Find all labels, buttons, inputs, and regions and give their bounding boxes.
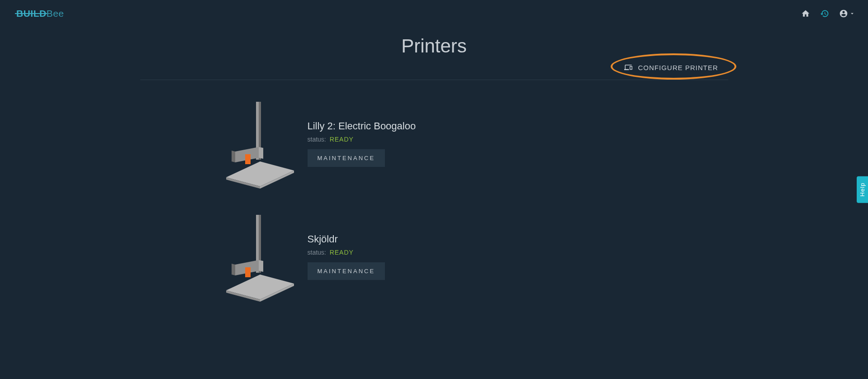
page-title: Printers xyxy=(0,35,868,57)
account-menu[interactable] xyxy=(839,9,855,18)
printer-name: Skjöldr xyxy=(308,233,385,245)
printer-status: status: READY xyxy=(308,249,385,256)
status-label: status: xyxy=(308,249,326,256)
brand-part2: Bee xyxy=(47,8,64,19)
history-button[interactable] xyxy=(820,9,829,18)
status-value: READY xyxy=(330,136,354,143)
printer-name: Lilly 2: Electric Boogaloo xyxy=(308,120,416,132)
toolbar: CONFIGURE PRINTER xyxy=(135,60,734,80)
header-actions xyxy=(801,9,855,18)
printer-row: Lilly 2: Electric Boogaloo status: READY… xyxy=(217,98,715,189)
printer-info: Skjöldr status: READY MAINTENANCE xyxy=(308,233,385,280)
svg-marker-15 xyxy=(232,264,235,275)
printer-illustration xyxy=(217,98,299,189)
printer-list: Lilly 2: Electric Boogaloo status: READY… xyxy=(145,80,724,351)
history-icon xyxy=(820,9,829,18)
status-value: READY xyxy=(330,249,354,256)
svg-marker-17 xyxy=(259,260,263,272)
home-icon xyxy=(801,9,810,18)
printer-row: Skjöldr status: READY MAINTENANCE xyxy=(217,211,715,302)
maintenance-button[interactable]: MAINTENANCE xyxy=(308,149,385,167)
home-button[interactable] xyxy=(801,9,810,18)
account-icon xyxy=(839,9,848,18)
brand-part1: BUILD xyxy=(16,8,47,19)
svg-marker-0 xyxy=(226,161,294,186)
svg-marker-6 xyxy=(232,151,235,162)
svg-rect-7 xyxy=(245,154,251,164)
printer-status: status: READY xyxy=(308,136,416,143)
svg-marker-8 xyxy=(259,147,263,159)
chevron-down-icon xyxy=(849,10,855,17)
maintenance-button[interactable]: MAINTENANCE xyxy=(308,262,385,280)
help-tab[interactable]: Help xyxy=(857,176,868,203)
help-label: Help xyxy=(859,183,866,197)
devices-icon xyxy=(624,63,632,71)
svg-rect-16 xyxy=(245,267,251,277)
app-header: BUILDBee xyxy=(0,0,868,24)
brand-logo[interactable]: BUILDBee xyxy=(16,8,64,19)
printer-illustration xyxy=(217,211,299,302)
configure-printer-button[interactable]: CONFIGURE PRINTER xyxy=(614,60,728,75)
configure-printer-label: CONFIGURE PRINTER xyxy=(638,64,718,71)
printer-info: Lilly 2: Electric Boogaloo status: READY… xyxy=(308,120,416,167)
svg-marker-9 xyxy=(226,275,294,299)
status-label: status: xyxy=(308,136,326,143)
